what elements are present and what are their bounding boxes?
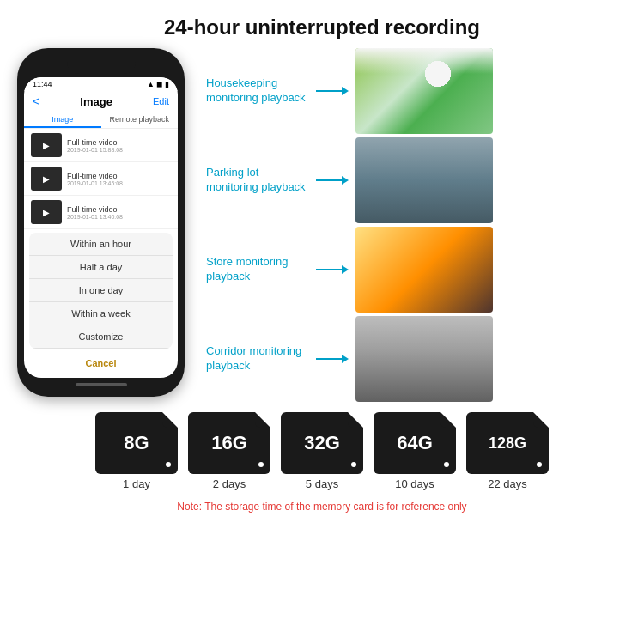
storage-note: Note: The storage time of the memory car…	[177, 501, 466, 513]
sd-card-64g: 64G	[374, 412, 456, 474]
sd-card-32g: 32G	[281, 412, 363, 474]
video-title-2: Full-time video	[67, 172, 171, 180]
monitoring-image-store	[355, 227, 493, 313]
video-item-2[interactable]: ▶ Full-time video 2019-01-01 13:45:08	[24, 162, 178, 196]
phone-nav-bar: < Image Edit	[24, 91, 178, 112]
video-thumbnail-3: ▶	[31, 200, 62, 224]
connector-line-1	[316, 90, 342, 92]
sd-days-8g: 1 day	[123, 477, 150, 490]
connector-1	[316, 87, 349, 95]
connector-arrow-1	[342, 87, 349, 95]
sd-days-128g: 22 days	[488, 477, 527, 490]
dropdown-item-3[interactable]: In one day	[29, 279, 173, 302]
sd-card-item-64g: 64G 10 days	[374, 412, 456, 490]
sd-size-32g: 32G	[304, 432, 340, 454]
connector-4	[316, 355, 349, 363]
connector-arrow-4	[342, 355, 349, 363]
sd-dot-128g	[537, 462, 542, 467]
video-thumbnail-2: ▶	[31, 167, 62, 191]
monitoring-image-corridor	[355, 316, 493, 402]
monitoring-container: Housekeeping monitoring playback Parking…	[206, 48, 627, 402]
sd-days-16g: 2 days	[213, 477, 246, 490]
monitoring-item-housekeeping: Housekeeping monitoring playback	[206, 48, 627, 134]
sd-card-item-32g: 32G 5 days	[281, 412, 363, 490]
monitoring-item-store: Store monitoring playback	[206, 227, 627, 313]
sd-card-8g: 8G	[95, 412, 178, 474]
tab-image[interactable]: Image	[24, 112, 101, 128]
dropdown-menu: Within an hour Half a day In one day Wit…	[29, 233, 173, 349]
video-item-3[interactable]: ▶ Full-time video 2019-01-01 13:40:08	[24, 196, 178, 229]
sd-card-item-128g: 128G 22 days	[466, 412, 549, 490]
phone-time: 11:44	[33, 80, 52, 88]
sd-size-128g: 128G	[489, 434, 526, 453]
connector-line-4	[316, 358, 342, 360]
connector-arrow-3	[342, 265, 349, 274]
video-title-3: Full-time video	[67, 205, 171, 214]
sd-dot-16g	[258, 462, 264, 467]
connector-line-3	[316, 269, 342, 270]
video-date-2: 2019-01-01 13:45:08	[67, 180, 171, 186]
monitoring-image-housekeeping	[355, 48, 493, 134]
sd-section: 8G 1 day 16G 2 days 32G 5 days 64G	[0, 402, 644, 519]
back-button[interactable]: <	[33, 94, 39, 108]
phone-screen: 11:44 ▲ ◼ ▮ < Image Edit Image Remote pl…	[24, 77, 178, 378]
sd-size-8g: 8G	[124, 432, 149, 454]
phone-tabs: Image Remote playback	[24, 112, 178, 129]
monitoring-image-parking	[355, 137, 493, 223]
monitoring-label-store: Store monitoring playback	[206, 255, 309, 284]
video-item-1[interactable]: ▶ Full-time video 2019-01-01 15:88:08	[24, 129, 178, 162]
sd-card-16g: 16G	[188, 412, 270, 474]
phone-notch	[67, 57, 136, 74]
sd-dot-64g	[444, 462, 449, 467]
phone-icons: ▲ ◼ ▮	[147, 80, 169, 88]
sd-days-64g: 10 days	[395, 477, 434, 490]
sd-card-item-8g: 8G 1 day	[95, 412, 178, 490]
phone-body: 11:44 ▲ ◼ ▮ < Image Edit Image Remote pl…	[17, 48, 185, 397]
connector-3	[316, 265, 349, 274]
edit-button[interactable]: Edit	[153, 96, 169, 106]
video-date-3: 2019-01-01 13:40:08	[67, 214, 171, 220]
monitoring-label-corridor: Corridor monitoring playback	[206, 344, 309, 374]
sd-dot-32g	[351, 462, 356, 467]
monitoring-label-parking: Parking lot monitoring playback	[206, 166, 309, 195]
monitoring-label-housekeeping: Housekeeping monitoring playback	[206, 76, 309, 106]
monitoring-item-corridor: Corridor monitoring playback	[206, 316, 627, 402]
sd-days-32g: 5 days	[306, 477, 338, 490]
page-title: 24-hour uninterrupted recording	[0, 0, 644, 48]
video-date-1: 2019-01-01 15:88:08	[67, 147, 171, 153]
dropdown-item-5[interactable]: Customize	[29, 325, 173, 349]
sd-card-128g: 128G	[466, 412, 549, 474]
dropdown-cancel-button[interactable]: Cancel	[29, 352, 173, 374]
sd-card-item-16g: 16G 2 days	[188, 412, 270, 490]
video-thumbnail: ▶	[31, 133, 62, 157]
monitoring-item-parking: Parking lot monitoring playback	[206, 137, 627, 223]
phone-mockup: 11:44 ▲ ◼ ▮ < Image Edit Image Remote pl…	[17, 48, 197, 402]
tab-remote[interactable]: Remote playback	[101, 112, 179, 128]
connector-arrow-2	[342, 176, 349, 185]
phone-status-bar: 11:44 ▲ ◼ ▮	[24, 77, 178, 91]
sd-dot-8g	[166, 462, 171, 467]
sd-size-64g: 64G	[397, 432, 433, 454]
dropdown-item-2[interactable]: Half a day	[29, 256, 173, 279]
connector-2	[316, 176, 349, 185]
connector-line-2	[316, 179, 342, 181]
dropdown-item-1[interactable]: Within an hour	[29, 233, 173, 256]
sd-size-16g: 16G	[211, 432, 247, 454]
nav-title: Image	[80, 95, 112, 108]
dropdown-item-4[interactable]: Within a week	[29, 302, 173, 325]
phone-home-bar	[76, 383, 127, 386]
sd-cards-row: 8G 1 day 16G 2 days 32G 5 days 64G	[95, 412, 549, 490]
video-title-1: Full-time video	[67, 138, 171, 147]
main-content: 11:44 ▲ ◼ ▮ < Image Edit Image Remote pl…	[0, 48, 644, 402]
